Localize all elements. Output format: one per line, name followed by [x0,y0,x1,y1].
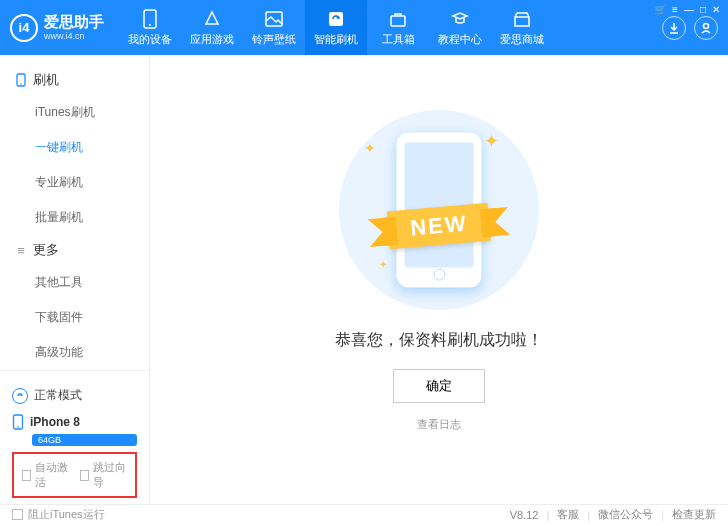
sidebar-item-batch-flash[interactable]: 批量刷机 [35,200,134,235]
user-button[interactable] [694,16,718,40]
sidebar-section-flash[interactable]: 刷机 [15,65,134,95]
svg-rect-3 [329,12,343,26]
download-button[interactable] [662,16,686,40]
device-icon [12,414,24,430]
tutorial-icon [450,9,470,29]
app-icon [202,9,222,29]
mode-indicator: 正常模式 [12,381,137,410]
svg-point-7 [20,83,22,85]
sidebar: 刷机 iTunes刷机 一键刷机 专业刷机 批量刷机 ≡ 更多 其他工具 下载固… [0,55,150,504]
minimize-icon[interactable]: — [684,4,694,15]
header: i4 爱思助手 www.i4.cn 我的设备 应用游戏 铃声壁纸 智能刷机 工具… [0,0,728,55]
success-message: 恭喜您，保资料刷机成功啦！ [335,330,543,351]
storage-badge: 64GB [32,434,137,446]
checkbox-block-itunes[interactable]: 阻止iTunes运行 [12,507,105,522]
confirm-button[interactable]: 确定 [393,369,485,403]
sidebar-item-pro-flash[interactable]: 专业刷机 [35,165,134,200]
nav-tutorials[interactable]: 教程中心 [429,0,491,55]
sidebar-item-other-tools[interactable]: 其他工具 [35,265,134,300]
svg-point-1 [149,24,151,26]
svg-point-5 [704,23,709,28]
close-icon[interactable]: ✕ [712,4,720,15]
top-nav: 我的设备 应用游戏 铃声壁纸 智能刷机 工具箱 教程中心 爱思商城 [119,0,662,55]
wallpaper-icon [264,9,284,29]
cart-icon[interactable]: 🛒 [654,4,666,15]
nav-toolbox[interactable]: 工具箱 [367,0,429,55]
sidebar-item-advanced[interactable]: 高级功能 [35,335,134,370]
sidebar-item-oneclick-flash[interactable]: 一键刷机 [35,130,134,165]
success-illustration: ✦✦✦ NEW [339,110,539,310]
nav-my-device[interactable]: 我的设备 [119,0,181,55]
store-icon [512,9,532,29]
sidebar-item-itunes-flash[interactable]: iTunes刷机 [35,95,134,130]
checkbox-auto-activate[interactable]: 自动激活 [22,460,70,490]
sidebar-item-download-firmware[interactable]: 下载固件 [35,300,134,335]
svg-point-9 [17,426,19,428]
device-info[interactable]: iPhone 8 [12,410,137,434]
mode-icon [12,388,28,404]
maximize-icon[interactable]: □ [700,4,706,15]
nav-apps[interactable]: 应用游戏 [181,0,243,55]
version-label: V8.12 [510,509,539,521]
logo-subtitle: www.i4.cn [44,31,104,41]
menu-icon[interactable]: ≡ [672,4,678,15]
sidebar-section-more[interactable]: ≡ 更多 [15,235,134,265]
options-highlight: 自动激活 跳过向导 [12,452,137,498]
nav-ringtones[interactable]: 铃声壁纸 [243,0,305,55]
svg-rect-4 [391,16,405,26]
view-log-link[interactable]: 查看日志 [417,417,461,432]
phone-icon [140,9,160,29]
footer-link-wechat[interactable]: 微信公众号 [598,507,653,522]
toolbox-icon [388,9,408,29]
logo: i4 爱思助手 www.i4.cn [10,14,104,42]
main-content: ✦✦✦ NEW 恭喜您，保资料刷机成功啦！ 确定 查看日志 [150,55,728,504]
nav-store[interactable]: 爱思商城 [491,0,553,55]
logo-icon: i4 [10,14,38,42]
flash-icon [326,9,346,29]
footer-link-support[interactable]: 客服 [557,507,579,522]
logo-text: 爱思助手 [44,14,104,31]
nav-flash[interactable]: 智能刷机 [305,0,367,55]
checkbox-skip-guide[interactable]: 跳过向导 [80,460,128,490]
footer-link-update[interactable]: 检查更新 [672,507,716,522]
